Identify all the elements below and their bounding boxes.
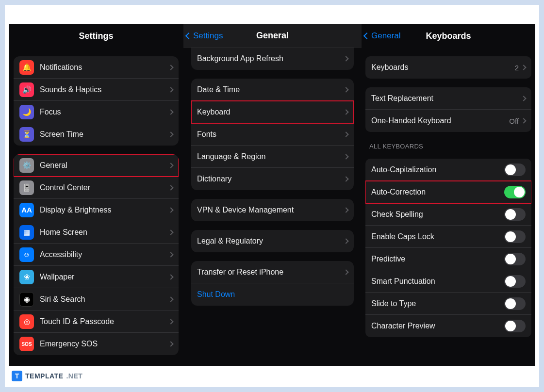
value-one-handed: Off bbox=[509, 117, 519, 125]
row-home-screen[interactable]: ▦ Home Screen bbox=[14, 221, 179, 244]
toggle-char-preview[interactable] bbox=[504, 320, 526, 332]
chevron-right-icon bbox=[168, 207, 173, 212]
chevron-right-icon bbox=[343, 176, 348, 181]
row-background-app-refresh[interactable]: Background App Refresh bbox=[191, 48, 354, 70]
label-wallpaper: Wallpaper bbox=[40, 273, 169, 281]
siri-icon: ◉ bbox=[19, 292, 34, 307]
toggle-auto-correct[interactable] bbox=[504, 186, 526, 198]
label-predictive: Predictive bbox=[371, 255, 504, 263]
row-general[interactable]: ⚙️ General bbox=[14, 154, 179, 177]
row-focus[interactable]: 🌙 Focus bbox=[14, 101, 179, 123]
row-char-preview[interactable]: Character Preview bbox=[365, 315, 531, 337]
row-touchid[interactable]: ◎ Touch ID & Passcode bbox=[14, 310, 179, 333]
chevron-right-icon bbox=[168, 296, 173, 302]
row-auto-cap[interactable]: Auto-Capitalization bbox=[365, 159, 531, 181]
label-siri: Siri & Search bbox=[40, 295, 169, 304]
toggle-predictive[interactable] bbox=[504, 253, 526, 265]
general-group-4: Transfer or Reset iPhone Shut Down bbox=[191, 261, 354, 306]
text-aa-icon: AA bbox=[19, 203, 34, 217]
toggle-smart-punct[interactable] bbox=[504, 275, 526, 288]
row-dictionary[interactable]: Dictionary bbox=[191, 168, 354, 190]
label-accessibility: Accessibility bbox=[40, 250, 169, 259]
row-smart-punct[interactable]: Smart Punctuation bbox=[365, 270, 531, 293]
row-text-replace[interactable]: Text Replacement bbox=[365, 87, 531, 110]
switches-icon: 🎚️ bbox=[19, 180, 34, 195]
chevron-right-icon bbox=[168, 274, 173, 279]
row-shut-down[interactable]: Shut Down bbox=[191, 283, 354, 306]
row-wallpaper[interactable]: ❀ Wallpaper bbox=[14, 266, 179, 288]
row-sounds[interactable]: 🔊 Sounds & Haptics bbox=[14, 79, 179, 101]
bell-icon: 🔔 bbox=[19, 60, 34, 75]
chevron-left-icon bbox=[363, 33, 370, 39]
row-vpn[interactable]: VPN & Device Management bbox=[191, 199, 354, 221]
row-language-region[interactable]: Language & Region bbox=[191, 146, 354, 168]
row-legal[interactable]: Legal & Regulatory bbox=[191, 230, 354, 252]
label-bg-app-refresh: Background App Refresh bbox=[197, 54, 344, 63]
label-fonts: Fonts bbox=[197, 130, 344, 139]
toggle-slide-type[interactable] bbox=[504, 297, 526, 310]
row-notifications[interactable]: 🔔 Notifications bbox=[14, 56, 179, 79]
back-label: Settings bbox=[193, 31, 223, 41]
row-auto-correct[interactable]: Auto-Correction bbox=[365, 181, 531, 203]
toggle-check-spell[interactable] bbox=[504, 208, 526, 221]
row-transfer-reset[interactable]: Transfer or Reset iPhone bbox=[191, 261, 354, 283]
label-char-preview: Character Preview bbox=[371, 322, 504, 330]
speaker-icon: 🔊 bbox=[19, 82, 34, 97]
label-check-spell: Check Spelling bbox=[371, 210, 504, 219]
back-to-general[interactable]: General bbox=[364, 24, 400, 48]
label-language-region: Language & Region bbox=[197, 152, 344, 161]
row-predictive[interactable]: Predictive bbox=[365, 248, 531, 270]
row-accessibility[interactable]: ☺ Accessibility bbox=[14, 244, 179, 266]
settings-title: Settings bbox=[79, 31, 113, 41]
row-slide-type[interactable]: Slide to Type bbox=[365, 293, 531, 315]
settings-header: Settings bbox=[9, 24, 183, 48]
keyboards-toggles-group: Auto-Capitalization Auto-Correction Chec… bbox=[365, 159, 531, 337]
back-label-general: General bbox=[371, 31, 400, 41]
row-date-time[interactable]: Date & Time bbox=[191, 79, 354, 101]
label-text-replace: Text Replacement bbox=[371, 94, 522, 103]
row-check-spell[interactable]: Check Spelling bbox=[365, 203, 531, 226]
general-header: Settings General bbox=[183, 24, 362, 48]
label-notifications: Notifications bbox=[40, 63, 169, 72]
toggle-caps-lock[interactable] bbox=[504, 230, 526, 243]
row-siri[interactable]: ◉ Siri & Search bbox=[14, 288, 179, 310]
label-date-time: Date & Time bbox=[197, 85, 344, 94]
moon-icon: 🌙 bbox=[19, 105, 34, 119]
brand-word-2: .NET bbox=[66, 372, 82, 380]
row-one-handed[interactable]: One-Handed Keyboard Off bbox=[365, 110, 531, 132]
label-shut-down: Shut Down bbox=[197, 290, 348, 299]
row-caps-lock[interactable]: Enable Caps Lock bbox=[365, 226, 531, 248]
chevron-right-icon bbox=[168, 229, 173, 235]
label-general: General bbox=[40, 161, 169, 170]
label-control-center: Control Center bbox=[40, 183, 169, 192]
hourglass-icon: ⏳ bbox=[19, 127, 34, 142]
label-legal: Legal & Regulatory bbox=[197, 237, 344, 245]
label-caps-lock: Enable Caps Lock bbox=[371, 232, 504, 241]
chevron-right-icon bbox=[343, 269, 348, 275]
chevron-right-icon bbox=[168, 109, 173, 114]
row-control-center[interactable]: 🎚️ Control Center bbox=[14, 177, 179, 199]
chevron-right-icon bbox=[168, 252, 173, 257]
row-sos[interactable]: SOS Emergency SOS bbox=[14, 333, 179, 355]
row-keyboards-count[interactable]: Keyboards 2 bbox=[365, 56, 531, 79]
row-fonts[interactable]: Fonts bbox=[191, 123, 354, 146]
label-auto-correct: Auto-Correction bbox=[371, 188, 504, 196]
back-to-settings[interactable]: Settings bbox=[186, 24, 223, 47]
fingerprint-icon: ◎ bbox=[19, 314, 34, 329]
settings-group-2: ⚙️ General 🎚️ Control Center AA Display … bbox=[14, 154, 179, 355]
row-screen-time[interactable]: ⏳ Screen Time bbox=[14, 123, 179, 146]
chevron-left-icon bbox=[185, 32, 192, 39]
label-sounds: Sounds & Haptics bbox=[40, 85, 169, 94]
toggle-auto-cap[interactable] bbox=[504, 163, 526, 176]
general-group-1: Date & Time Keyboard Fonts Language & Re… bbox=[191, 79, 354, 190]
settings-group-1: 🔔 Notifications 🔊 Sounds & Haptics 🌙 Foc… bbox=[14, 56, 179, 146]
keyboards-title: Keyboards bbox=[426, 31, 471, 41]
gear-icon: ⚙️ bbox=[19, 158, 34, 173]
label-auto-cap: Auto-Capitalization bbox=[371, 165, 504, 174]
chevron-right-icon bbox=[168, 319, 173, 324]
section-all-keyboards: ALL KEYBOARDS bbox=[369, 143, 524, 150]
chevron-right-icon bbox=[168, 87, 173, 92]
footer-brand: T TEMPLATE.NET bbox=[9, 366, 535, 383]
row-display[interactable]: AA Display & Brightness bbox=[14, 199, 179, 221]
row-keyboard[interactable]: Keyboard bbox=[191, 101, 354, 123]
